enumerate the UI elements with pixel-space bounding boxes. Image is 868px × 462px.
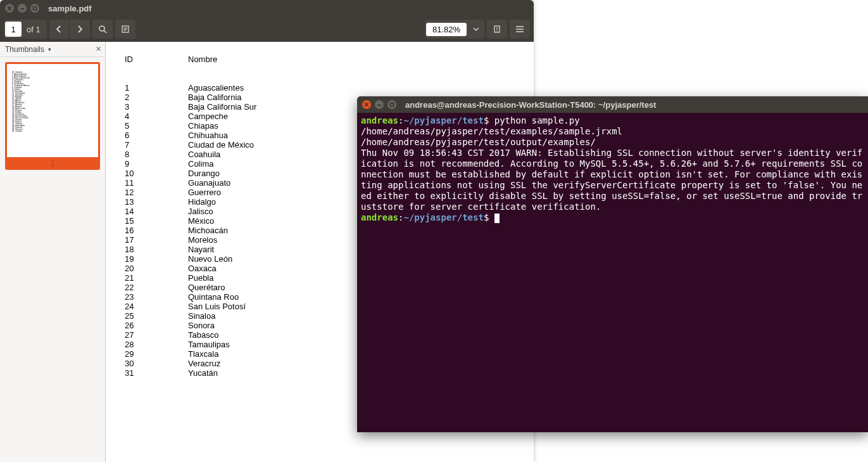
svg-point-1 (99, 26, 104, 31)
properties-group (487, 20, 507, 39)
window-close-icon[interactable] (5, 4, 14, 13)
cell-nombre: Tabasco (188, 330, 218, 340)
table-row: 1Aguascalientes (125, 83, 515, 93)
cell-nombre: Morelos (188, 235, 217, 245)
cell-id: 25 (125, 311, 188, 321)
page-of-label: of 1 (22, 25, 46, 34)
pdf-window-title: sample.pdf (48, 4, 92, 13)
cell-id: 20 (125, 264, 188, 273)
cell-nombre: Campeche (188, 112, 228, 121)
cell-nombre: Yucatán (188, 368, 218, 378)
column-header-nombre: Nombre (188, 55, 217, 64)
page-nav-group (49, 20, 90, 39)
page-number-input[interactable] (5, 22, 22, 37)
pdf-titlebar: sample.pdf (0, 0, 534, 16)
thumbnail-page-1[interactable]: ID Nombre 1 Aguascalientes 2 Baja Califo… (5, 62, 100, 170)
cell-nombre: Querétaro (188, 283, 225, 292)
cell-id: 14 (125, 207, 188, 216)
cell-id: 26 (125, 321, 188, 330)
window-maximize-icon[interactable] (30, 4, 39, 13)
cell-nombre: Aguascalientes (188, 83, 244, 93)
cell-id: 21 (125, 273, 188, 283)
cell-id: 13 (125, 197, 188, 207)
cell-nombre: Nuevo León (188, 254, 232, 264)
annotate-group (115, 20, 135, 39)
terminal-window: andreas@andreas-Precision-WorkStation-T5… (357, 96, 868, 432)
window-minimize-icon[interactable] (18, 4, 27, 13)
cell-id: 9 (125, 159, 188, 169)
terminal-titlebar: andreas@andreas-Precision-WorkStation-T5… (357, 96, 868, 113)
cell-nombre: Ciudad de México (188, 140, 254, 150)
cell-id: 22 (125, 283, 188, 292)
terminal-close-icon[interactable] (362, 100, 371, 109)
cell-nombre: Chihuahua (188, 131, 228, 140)
cell-nombre: Hidalgo (188, 197, 216, 207)
menu-group (510, 20, 530, 39)
cell-id: 24 (125, 302, 188, 311)
thumbnails-panel: Thumbnails ▾ ✕ ID Nombre 1 Aguascaliente… (0, 42, 106, 462)
zoom-dropdown-icon[interactable] (469, 27, 483, 31)
search-button[interactable] (92, 20, 113, 39)
svg-rect-0 (34, 7, 37, 10)
cell-id: 31 (125, 368, 188, 378)
zoom-value[interactable]: 81.82% (426, 23, 467, 36)
column-header-id: ID (125, 55, 188, 64)
cell-nombre: Baja California Sur (188, 102, 256, 112)
cell-id: 10 (125, 169, 188, 178)
close-panel-icon[interactable]: ✕ (96, 45, 101, 53)
cell-nombre: Veracruz (188, 359, 220, 368)
cell-id: 4 (125, 112, 188, 121)
document-properties-button[interactable] (487, 20, 507, 39)
hamburger-menu-button[interactable] (510, 20, 530, 39)
terminal-minimize-icon[interactable] (375, 100, 384, 109)
cell-id: 28 (125, 340, 188, 349)
cell-id: 2 (125, 93, 188, 102)
cell-nombre: Nayarit (188, 245, 214, 254)
cell-nombre: Jalisco (188, 207, 213, 216)
cell-id: 3 (125, 102, 188, 112)
annotate-button[interactable] (115, 20, 135, 39)
thumbnail-preview: ID Nombre 1 Aguascalientes 2 Baja Califo… (8, 65, 97, 157)
thumbnails-label: Thumbnails (5, 45, 44, 54)
terminal-body[interactable]: andreas:~/pyjasper/test$ python sample.p… (357, 113, 868, 432)
cell-id: 17 (125, 235, 188, 245)
svg-point-4 (496, 30, 498, 32)
svg-rect-5 (391, 103, 394, 106)
cell-id: 7 (125, 140, 188, 150)
cell-nombre: México (188, 216, 214, 226)
page-input-group: of 1 (4, 20, 47, 39)
cell-id: 23 (125, 292, 188, 302)
cell-id: 12 (125, 188, 188, 197)
cell-nombre: Puebla (188, 273, 213, 283)
cell-nombre: Tlaxcala (188, 349, 218, 359)
cell-id: 18 (125, 245, 188, 254)
cell-id: 8 (125, 150, 188, 159)
cell-nombre: San Luis Potosí (188, 302, 246, 311)
prev-page-button[interactable] (49, 20, 70, 39)
cell-nombre: Michoacán (188, 226, 228, 235)
cell-nombre: Durango (188, 169, 220, 178)
terminal-cursor (494, 214, 500, 223)
thumbnails-header[interactable]: Thumbnails ▾ ✕ (0, 42, 105, 57)
search-group (92, 20, 113, 39)
cell-id: 1 (125, 83, 188, 93)
cell-id: 11 (125, 178, 188, 188)
cell-nombre: Guanajuato (188, 178, 230, 188)
next-page-button[interactable] (70, 20, 90, 39)
cell-id: 27 (125, 330, 188, 340)
cell-id: 30 (125, 359, 188, 368)
cell-id: 5 (125, 121, 188, 131)
cell-id: 29 (125, 349, 188, 359)
terminal-title: andreas@andreas-Precision-WorkStation-T5… (405, 100, 656, 110)
cell-id: 16 (125, 226, 188, 235)
cell-id: 6 (125, 131, 188, 140)
pdf-toolbar: of 1 81.82% (0, 16, 534, 42)
cell-id: 19 (125, 254, 188, 264)
cell-nombre: Chiapas (188, 121, 218, 131)
terminal-maximize-icon[interactable] (387, 100, 396, 109)
cell-nombre: Oaxaca (188, 264, 217, 273)
thumbnail-page-number: 1 (7, 157, 98, 168)
cell-nombre: Coahuila (188, 150, 220, 159)
cell-nombre: Guerrero (188, 188, 221, 197)
chevron-down-icon: ▾ (48, 46, 51, 53)
